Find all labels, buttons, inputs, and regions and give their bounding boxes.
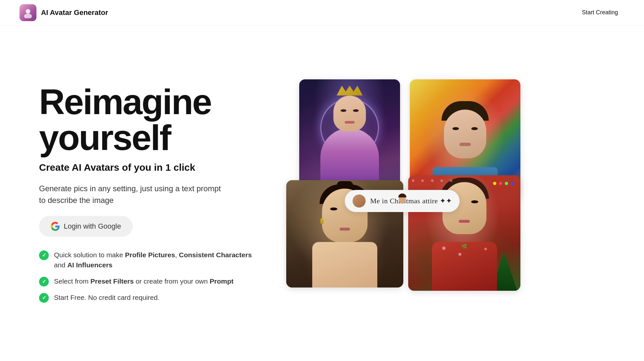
fantasy-face — [333, 96, 366, 131]
prompt-bubble: Me in Christmas attire ✦✦ — [345, 190, 460, 212]
header: AI Avatar Generator Start Creating — [0, 0, 644, 25]
google-login-button[interactable]: Login with Google — [39, 216, 133, 237]
feature-item-2: ✓ Select from Preset Filters or create f… — [39, 276, 260, 287]
elegant-body — [312, 242, 377, 287]
prompt-avatar — [353, 194, 366, 207]
check-icon-3: ✓ — [39, 293, 49, 303]
hero-description: Generate pics in any setting, just using… — [39, 183, 228, 206]
google-login-label: Login with Google — [64, 222, 121, 231]
feature-text-1: Quick solution to make Profile Pictures,… — [54, 250, 260, 270]
feature-item-1: ✓ Quick solution to make Profile Picture… — [39, 250, 260, 270]
xmas-body: ❄ ❄ ❄ 🌿 — [432, 242, 497, 291]
crown — [337, 86, 363, 96]
start-creating-button[interactable]: Start Creating — [575, 6, 624, 19]
image-grid: ❄ ❄ ❄ 🌿 Me in Christmas attire ✦✦ — [286, 79, 605, 307]
prompt-text: Me in Christmas attire ✦✦ — [370, 197, 452, 205]
hero-subheadline: Create AI Avatars of you in 1 click — [39, 162, 260, 173]
brand-name-text: AI Avatar Generator — [41, 8, 108, 17]
feature-item-3: ✓ Start Free. No credit card required. — [39, 292, 260, 303]
google-icon — [51, 222, 60, 231]
check-icon-2: ✓ — [39, 277, 49, 287]
left-column: Reimagine yourself Create AI Avatars of … — [39, 84, 260, 303]
brand: AI Avatar Generator — [20, 4, 108, 21]
headline-line2: yourself — [39, 117, 170, 157]
main-content: Reimagine yourself Create AI Avatars of … — [0, 25, 644, 361]
headline-line1: Reimagine — [39, 82, 211, 122]
right-column: ❄ ❄ ❄ 🌿 Me in Christmas attire ✦✦ — [286, 79, 605, 307]
check-icon-1: ✓ — [39, 250, 49, 260]
christmas-lights — [493, 182, 514, 185]
svg-point-1 — [24, 14, 32, 18]
brand-logo — [20, 4, 36, 21]
svg-point-0 — [26, 9, 30, 14]
feature-text-3: Start Free. No credit card required. — [54, 292, 159, 303]
portrait-face — [444, 110, 486, 158]
feature-list: ✓ Quick solution to make Profile Picture… — [39, 250, 260, 303]
hero-headline: Reimagine yourself — [39, 84, 260, 155]
feature-text-2: Select from Preset Filters or create fro… — [54, 276, 234, 287]
